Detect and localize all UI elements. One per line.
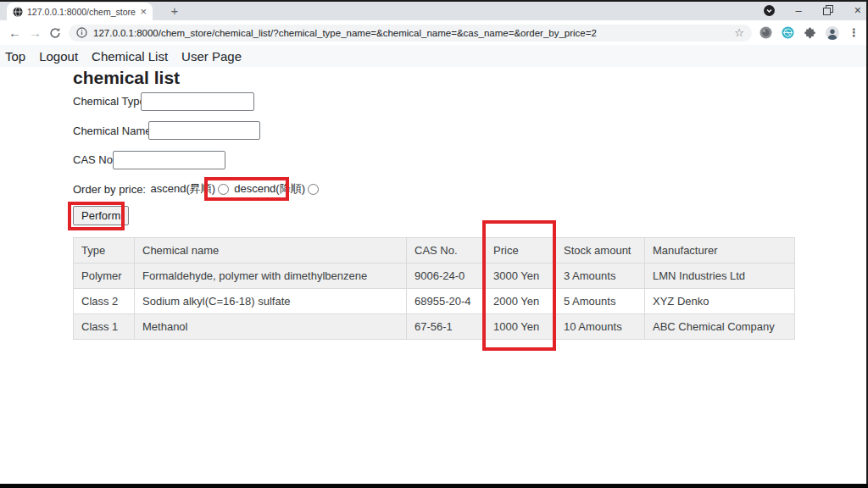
extension-globe-icon[interactable] xyxy=(760,26,772,39)
tab-strip: 127.0.0.1:8000/chem_store/chem × + – × xyxy=(0,0,868,20)
restore-button[interactable] xyxy=(823,5,833,15)
minimize-button[interactable]: – xyxy=(796,5,802,16)
cell-price: 2000 Yen xyxy=(486,289,556,314)
profile-avatar-icon[interactable] xyxy=(826,26,839,40)
order-by-price-row: Order by price: ascend(昇順) descend(降順) xyxy=(73,181,324,197)
window-controls: – × xyxy=(764,0,861,20)
col-header-type: Type xyxy=(74,238,135,263)
cell-type: Class 1 xyxy=(74,314,135,340)
cell-price: 3000 Yen xyxy=(486,263,556,289)
tab-title: 127.0.0.1:8000/chem_store/chem xyxy=(27,7,136,17)
browser-toolbar: ← → 127.0.0.1:8000/chem_store/chemical_l… xyxy=(0,20,868,45)
cell-stock-amount: 10 Amounts xyxy=(556,314,645,340)
ascend-label: ascend(昇順) xyxy=(151,181,216,197)
chemical-name-input[interactable] xyxy=(148,121,260,140)
col-header-price: Price xyxy=(486,238,556,263)
cell-cas-no: 68955-20-4 xyxy=(407,289,486,314)
perform-button[interactable]: Perform xyxy=(73,206,129,225)
globe-favicon-icon xyxy=(13,7,23,17)
nav-link-chemical-list[interactable]: Chemical List xyxy=(92,49,168,64)
forward-icon: → xyxy=(29,26,42,39)
page-info-icon[interactable] xyxy=(76,27,87,38)
cell-chemical-name: Sodium alkyl(C=16-18) sulfate xyxy=(135,289,407,314)
table-row: Class 2 Sodium alkyl(C=16-18) sulfate 68… xyxy=(74,289,795,314)
window-close-button[interactable]: × xyxy=(854,4,861,16)
chemical-table: Type Chemical name CAS No. Price Stock a… xyxy=(73,237,795,340)
extension-area: ⋮ xyxy=(760,26,860,40)
order-by-price-label: Order by price: xyxy=(73,183,146,196)
table-header-row: Type Chemical name CAS No. Price Stock a… xyxy=(74,238,795,263)
browser-tab[interactable]: 127.0.0.1:8000/chem_store/chem × xyxy=(7,3,153,20)
descend-radio[interactable] xyxy=(308,184,319,195)
url-text[interactable]: 127.0.0.1:8000/chem_store/chemical_list/… xyxy=(93,28,728,38)
chemical-type-input[interactable] xyxy=(141,92,254,111)
browser-window: 127.0.0.1:8000/chem_store/chem × + – × ←… xyxy=(0,0,868,488)
nav-link-user-page[interactable]: User Page xyxy=(181,49,242,64)
col-header-chemical-name: Chemical name xyxy=(135,238,407,263)
cell-price: 1000 Yen xyxy=(486,314,556,340)
window-top-edge xyxy=(0,0,868,2)
new-tab-button[interactable]: + xyxy=(166,2,183,19)
cell-chemical-name: Methanol xyxy=(135,314,407,340)
cell-type: Class 2 xyxy=(74,289,135,314)
site-navbar: Top Logout Chemical List User Page xyxy=(0,45,868,67)
tab-close-icon[interactable]: × xyxy=(140,6,147,17)
cell-manufacturer: LMN Industries Ltd xyxy=(645,263,795,289)
extensions-puzzle-icon[interactable] xyxy=(804,26,816,39)
cell-stock-amount: 3 Amounts xyxy=(556,263,645,289)
cell-cas-no: 9006-24-0 xyxy=(407,263,486,289)
cell-manufacturer: XYZ Denko xyxy=(645,289,795,314)
cell-type: Polymer xyxy=(74,263,135,289)
descend-label: descend(降順) xyxy=(234,181,305,197)
bookmark-star-icon[interactable]: ☆ xyxy=(734,27,744,38)
extension-sphere-icon[interactable] xyxy=(782,26,794,39)
cell-chemical-name: Formaldehyde, polymer with dimethylbenze… xyxy=(135,263,407,289)
window-bottom-edge xyxy=(0,484,868,488)
cell-cas-no: 67-56-1 xyxy=(407,314,486,340)
table-row: Polymer Formaldehyde, polymer with dimet… xyxy=(74,263,795,289)
cell-manufacturer: ABC Chemical Company xyxy=(645,314,795,340)
table-row: Class 1 Methanol 67-56-1 1000 Yen 10 Amo… xyxy=(74,314,795,340)
address-bar[interactable]: 127.0.0.1:8000/chem_store/chemical_list/… xyxy=(69,25,752,42)
page-title: chemical list xyxy=(73,68,180,88)
nav-link-top[interactable]: Top xyxy=(5,49,25,64)
back-icon[interactable]: ← xyxy=(8,26,21,39)
col-header-manufacturer: Manufacturer xyxy=(645,238,795,263)
col-header-cas-no: CAS No. xyxy=(407,238,486,263)
reload-icon[interactable] xyxy=(49,27,61,39)
nav-link-logout[interactable]: Logout xyxy=(39,49,78,64)
ascend-radio[interactable] xyxy=(218,184,229,195)
tab-search-icon[interactable] xyxy=(764,5,775,16)
cas-no-input[interactable] xyxy=(113,151,225,169)
chemical-type-label: Chemical Type: xyxy=(73,95,148,108)
browser-menu-icon[interactable]: ⋮ xyxy=(849,26,860,39)
chemical-name-label: Chemical Name: xyxy=(73,125,154,137)
col-header-stock-amount: Stock amount xyxy=(556,238,645,263)
cell-stock-amount: 5 Amounts xyxy=(556,289,645,314)
